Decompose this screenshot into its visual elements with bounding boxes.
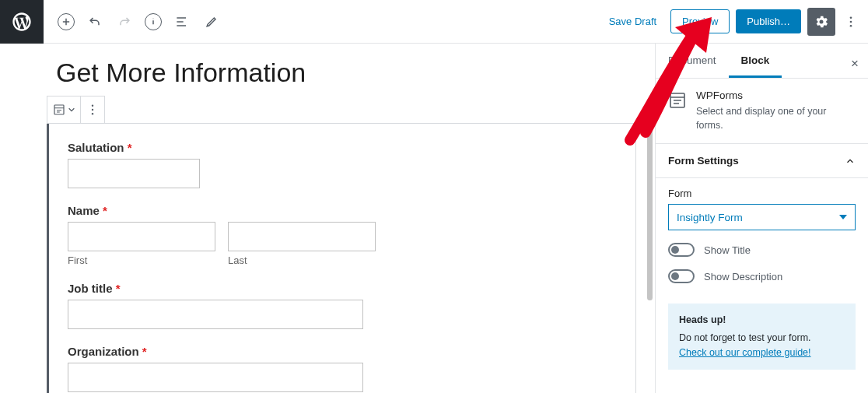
organization-label: Organization * (68, 345, 617, 358)
outline-icon[interactable] (173, 12, 191, 31)
form-block[interactable]: Salutation * Name * First Last Job (47, 123, 636, 393)
block-options-icon[interactable] (81, 96, 104, 123)
notice-heading: Heads up! (679, 313, 845, 328)
name-label: Name * (68, 204, 617, 217)
redo-icon (115, 12, 134, 31)
show-title-label: Show Title (704, 244, 751, 256)
last-name-input[interactable] (228, 222, 376, 251)
block-description: Select and display one of your forms. (696, 104, 856, 132)
tab-document[interactable]: Document (656, 44, 729, 78)
add-block-icon[interactable] (58, 13, 75, 30)
form-settings-header[interactable]: Form Settings (656, 144, 868, 178)
wordpress-logo[interactable] (0, 0, 44, 44)
show-description-label: Show Description (704, 271, 782, 282)
block-name: WPForms (696, 89, 856, 101)
svg-point-5 (92, 109, 93, 111)
svg-rect-3 (54, 105, 64, 114)
form-select-label: Form (668, 188, 856, 199)
first-name-input[interactable] (68, 222, 215, 251)
first-sublabel: First (68, 254, 215, 266)
undo-icon[interactable] (86, 12, 104, 31)
publish-button[interactable]: Publish… (736, 9, 801, 33)
show-title-toggle[interactable] (668, 243, 695, 257)
last-sublabel: Last (228, 254, 376, 266)
save-draft-button[interactable]: Save Draft (601, 11, 664, 32)
chevron-up-icon (845, 156, 856, 167)
block-toolbar (47, 96, 105, 124)
close-sidebar-icon[interactable]: × (848, 53, 862, 75)
svg-point-6 (92, 113, 93, 114)
notice-link[interactable]: Check out our complete guide! (679, 347, 811, 358)
preview-button[interactable]: Preview (670, 9, 730, 33)
page-title[interactable]: Get More Information (56, 58, 636, 88)
editor-scrollbar[interactable] (647, 98, 653, 300)
notice-box: Heads up! Do not forget to test your for… (668, 304, 856, 369)
salutation-input[interactable] (68, 159, 200, 188)
svg-point-4 (92, 105, 93, 107)
wpforms-icon (668, 91, 687, 110)
edit-icon[interactable] (202, 12, 221, 31)
block-type-icon[interactable] (47, 96, 81, 123)
more-options-icon[interactable] (842, 8, 860, 36)
form-select[interactable]: Insightly Form (668, 204, 856, 230)
jobtitle-label: Job title * (68, 282, 617, 295)
tab-block[interactable]: Block (729, 44, 782, 78)
info-icon[interactable] (145, 13, 162, 30)
svg-point-1 (850, 20, 852, 23)
notice-text: Do not forget to test your form. (679, 331, 845, 346)
show-description-toggle[interactable] (668, 269, 695, 283)
svg-point-2 (850, 24, 852, 26)
settings-button[interactable] (807, 8, 835, 36)
jobtitle-input[interactable] (68, 300, 363, 329)
organization-input[interactable] (68, 363, 363, 392)
salutation-label: Salutation * (68, 141, 617, 154)
svg-point-0 (850, 16, 852, 19)
